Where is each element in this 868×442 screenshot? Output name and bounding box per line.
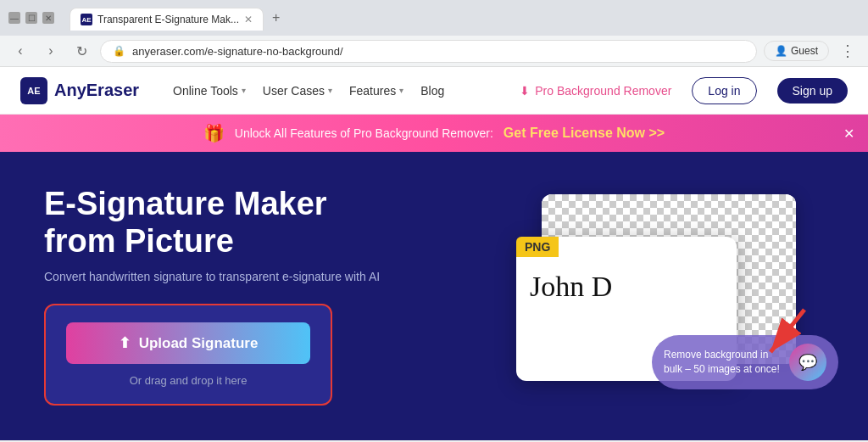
signature-demo: John Doe PNG John D (516, 186, 838, 406)
guest-button[interactable]: 👤 Guest (764, 41, 829, 61)
forward-button[interactable]: › (39, 39, 63, 63)
banner-text: Unlock All Features of Pro Background Re… (235, 126, 493, 140)
nav-pro-label: Pro Background Remover (535, 84, 671, 98)
nav-user-cases-label: User Cases (263, 84, 325, 98)
promo-banner: 🎁 Unlock All Features of Pro Background … (0, 115, 868, 152)
nav-online-tools[interactable]: Online Tools ▾ (173, 84, 246, 98)
tab-title: Transparent E-Signature Mak... (97, 14, 239, 25)
nav-online-tools-label: Online Tools (173, 84, 238, 98)
hero-title-line1: E-Signature Maker (44, 186, 327, 221)
browser-chrome: — ☐ ✕ AE Transparent E-Signature Mak... … (0, 0, 868, 67)
hero-section: E-Signature Maker from Picture Convert h… (0, 152, 868, 440)
title-bar: — ☐ ✕ AE Transparent E-Signature Mak... … (0, 0, 868, 36)
signup-button[interactable]: Sign up (777, 78, 848, 104)
guest-label: Guest (791, 45, 818, 57)
nav-blog[interactable]: Blog (420, 84, 444, 98)
download-icon: ⬇ (520, 84, 530, 98)
nav-pro-background-remover[interactable]: ⬇ Pro Background Remover (520, 84, 671, 98)
brand-name: AnyEraser (54, 81, 139, 100)
png-badge: PNG (516, 237, 559, 257)
upload-signature-button[interactable]: ⬆ Upload Signature (66, 322, 310, 364)
nav-features-label: Features (349, 84, 396, 98)
hero-title: E-Signature Maker from Picture (44, 186, 478, 260)
banner-link[interactable]: Get Free License Now >> (504, 126, 665, 141)
hero-right: John Doe PNG John D (512, 152, 868, 440)
red-arrow-icon (754, 301, 821, 369)
navbar: AE AnyEraser Online Tools ▾ User Cases ▾… (0, 67, 868, 115)
maximize-button[interactable]: ☐ (25, 12, 37, 24)
chevron-down-icon: ▾ (242, 86, 246, 95)
chevron-down-icon: ▾ (399, 86, 403, 95)
upload-drop-zone[interactable]: ⬆ Upload Signature Or drag and drop it h… (44, 304, 332, 406)
nav-features[interactable]: Features ▾ (349, 84, 403, 98)
gift-icon: 🎁 (203, 123, 225, 143)
window-controls: — ☐ ✕ (8, 12, 54, 24)
close-button[interactable]: ✕ (42, 12, 54, 24)
hero-subtitle: Convert handwritten signature to transpa… (44, 270, 478, 283)
upload-button-label: Upload Signature (139, 335, 259, 352)
nav-blog-label: Blog (420, 84, 444, 98)
address-bar: ‹ › ↻ 🔒 anyeraser.com/e-signature-no-bac… (0, 36, 868, 66)
tab-favicon: AE (81, 14, 92, 25)
upload-icon: ⬆ (119, 334, 131, 352)
svg-line-1 (771, 310, 804, 352)
url-text: anyeraser.com/e-signature-no-background/ (132, 45, 343, 58)
nav-links: Online Tools ▾ User Cases ▾ Features ▾ B… (173, 84, 444, 98)
logo-icon: AE (20, 77, 47, 104)
banner-close-icon[interactable]: ✕ (843, 126, 854, 142)
url-box[interactable]: 🔒 anyeraser.com/e-signature-no-backgroun… (100, 40, 757, 63)
reload-button[interactable]: ↻ (70, 39, 93, 63)
arrow-indicator (754, 301, 821, 372)
hero-left: E-Signature Maker from Picture Convert h… (0, 152, 512, 440)
banner-gift-area: 🎁 (203, 123, 225, 143)
tab-bar: AE Transparent E-Signature Mak... ✕ + (61, 5, 293, 31)
nav-user-cases[interactable]: User Cases ▾ (263, 84, 332, 98)
website: AE AnyEraser Online Tools ▾ User Cases ▾… (0, 67, 868, 440)
chevron-down-icon: ▾ (328, 86, 332, 95)
minimize-button[interactable]: — (8, 12, 20, 24)
login-button[interactable]: Log in (692, 77, 756, 104)
new-tab-button[interactable]: + (267, 5, 285, 31)
tab-close-icon[interactable]: ✕ (244, 14, 253, 25)
active-tab[interactable]: AE Transparent E-Signature Mak... ✕ (70, 8, 264, 31)
person-icon: 👤 (775, 45, 787, 57)
logo[interactable]: AE AnyEraser (20, 77, 139, 104)
lock-icon: 🔒 (113, 45, 125, 57)
browser-menu-button[interactable]: ⋮ (836, 39, 860, 63)
drag-drop-hint: Or drag and drop it here (130, 374, 248, 387)
hero-title-line2: from Picture (44, 223, 234, 259)
back-button[interactable]: ‹ (8, 39, 32, 63)
